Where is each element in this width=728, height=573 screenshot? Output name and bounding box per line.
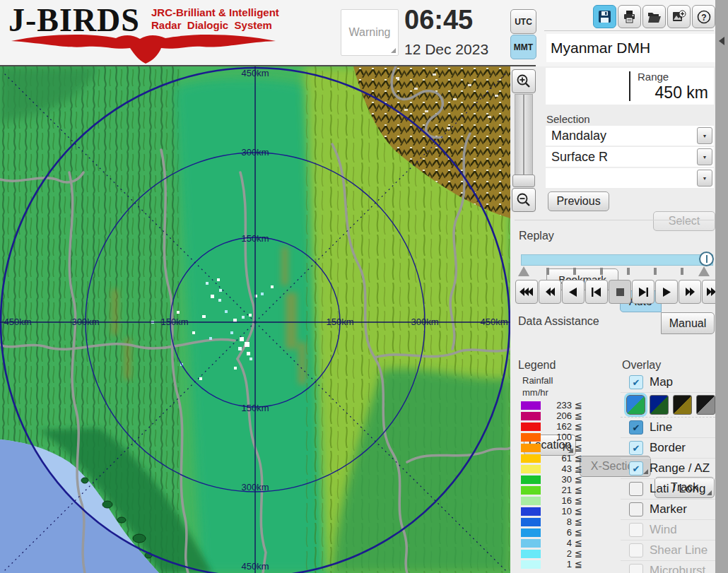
- slider-tick: [654, 268, 657, 275]
- previous-button[interactable]: Previous: [548, 191, 609, 211]
- overlay-item-lati-long[interactable]: Lati / Long: [621, 479, 715, 500]
- data-assistance-title: Data Assistance: [518, 315, 599, 328]
- checkbox-checked-icon[interactable]: ✔: [629, 420, 643, 435]
- save-button[interactable]: [593, 5, 616, 28]
- legend-entry: 10≦: [521, 506, 582, 516]
- forward-icon: [685, 288, 695, 296]
- legend-entry: 61≦: [521, 453, 582, 463]
- overlay-item-border[interactable]: ✔ Border: [621, 438, 715, 459]
- legend-swatch: [521, 497, 541, 505]
- replay-slider-track[interactable]: [521, 254, 713, 266]
- playback-controls: [515, 280, 724, 304]
- clock-time: 06:45: [404, 6, 473, 34]
- legend-entry: 100≦: [521, 432, 582, 442]
- panel-separator: [515, 220, 714, 220]
- chevron-down-icon[interactable]: ▼: [697, 170, 712, 187]
- panel-collapse-strip[interactable]: [715, 0, 728, 573]
- open-file-button[interactable]: [642, 5, 666, 28]
- range-label: 150km: [241, 233, 269, 244]
- legend-swatch: [521, 528, 541, 537]
- legend-entry: 4≦: [521, 538, 582, 548]
- slider-start-marker[interactable]: [518, 266, 529, 276]
- site-dropdown-value: Mandalay: [546, 129, 697, 143]
- replay-title: Replay: [519, 230, 554, 242]
- warning-label: Warning: [349, 26, 391, 39]
- product-dropdown[interactable]: Surface R ▼: [546, 147, 714, 167]
- step-back-icon: [592, 288, 601, 297]
- clock-date: 12 Dec 2023: [404, 41, 488, 58]
- legend-swatch: [521, 444, 541, 452]
- map-style-swatch-1[interactable]: [626, 395, 645, 415]
- legend-entry: 78≦: [521, 442, 582, 453]
- warning-button[interactable]: Warning: [341, 9, 399, 56]
- chevron-down-icon[interactable]: ▼: [697, 127, 712, 144]
- help-icon: ?: [697, 10, 711, 24]
- reverse-play-button[interactable]: [562, 280, 585, 304]
- fast-rewind-button[interactable]: [515, 280, 538, 304]
- map-style-swatch-4[interactable]: [696, 395, 715, 415]
- play-button[interactable]: [655, 280, 678, 304]
- option-dropdown[interactable]: ▼: [546, 168, 714, 188]
- replay-slider-thumb[interactable]: [699, 252, 714, 266]
- app-window: J-BIRDS JRC-Brilliant & Intelligent Rada…: [0, 0, 728, 573]
- checkbox-unchecked-icon[interactable]: [629, 502, 643, 516]
- slider-end-marker[interactable]: [698, 266, 710, 276]
- range-label: 300km: [241, 482, 269, 492]
- checkbox-checked-icon[interactable]: ✔: [629, 461, 643, 475]
- legend-swatch: [521, 560, 541, 569]
- checkbox-unchecked-icon[interactable]: [629, 482, 643, 496]
- step-forward-button[interactable]: [632, 280, 654, 304]
- range-title: Range: [638, 71, 669, 83]
- overlay-item-map[interactable]: ✔ Map: [621, 372, 715, 393]
- map-style-swatch-3[interactable]: [673, 395, 692, 415]
- manual-button[interactable]: Manual: [661, 312, 715, 334]
- chevron-down-icon[interactable]: ▼: [697, 148, 712, 165]
- step-back-button[interactable]: [585, 280, 608, 304]
- overlay-item-line[interactable]: ✔ Line: [621, 418, 715, 438]
- select-button[interactable]: Select: [653, 211, 715, 231]
- add-image-button[interactable]: [667, 5, 691, 28]
- help-button[interactable]: ?: [692, 5, 715, 28]
- stop-button[interactable]: [609, 280, 631, 304]
- menu-corner-icon: [391, 48, 396, 53]
- slider-tick: [627, 268, 630, 275]
- rewind-button[interactable]: [539, 280, 561, 304]
- legend-swatch: [521, 539, 541, 548]
- range-box: Range 450 km: [546, 68, 714, 105]
- stop-icon: [616, 288, 624, 296]
- legend-swatch: [521, 507, 541, 516]
- legend-entry: 6≦: [521, 527, 582, 538]
- legend-swatch: [521, 550, 541, 558]
- legend-unit-1: Rainfall: [522, 375, 553, 386]
- zoom-slider-handle[interactable]: [512, 175, 535, 187]
- overlay-item-range-az[interactable]: ✔ Range / AZ: [621, 459, 715, 479]
- radar-map[interactable]: 450km 300km 150km 150km 300km 450km 450k…: [0, 66, 510, 573]
- zoom-in-button[interactable]: [512, 69, 536, 93]
- app-logo-subtitle-1: JRC-Brilliant & Intelligent: [151, 6, 279, 19]
- range-label: 450km: [4, 317, 31, 327]
- range-label: 450km: [241, 561, 269, 572]
- reverse-play-icon: [569, 288, 577, 297]
- thumb-grip: [706, 255, 708, 263]
- forward-button[interactable]: [679, 280, 701, 304]
- zoom-out-icon: [516, 192, 532, 208]
- zoom-slider-track[interactable]: [515, 94, 533, 177]
- print-icon: [623, 10, 636, 23]
- map-style-swatch-2[interactable]: [650, 395, 669, 415]
- legend-entry: 30≦: [521, 474, 582, 485]
- legend-swatch: [521, 433, 541, 442]
- print-button[interactable]: [618, 5, 641, 28]
- overlay-title: Overlay: [622, 359, 661, 372]
- legend-entry: 2≦: [521, 548, 582, 559]
- overlay-item-marker[interactable]: Marker: [621, 500, 715, 520]
- mmt-button[interactable]: MMT: [510, 35, 536, 59]
- utc-button[interactable]: UTC: [510, 9, 536, 34]
- checkbox-checked-icon[interactable]: ✔: [629, 375, 643, 389]
- range-label: 150km: [160, 317, 188, 327]
- selection-title: Selection: [546, 113, 590, 125]
- checkbox-checked-icon[interactable]: ✔: [629, 441, 643, 455]
- zoom-out-button[interactable]: [512, 188, 536, 212]
- overlay-item-shear-line: Shear Line: [621, 540, 715, 561]
- range-label: 300km: [411, 317, 438, 327]
- site-dropdown[interactable]: Mandalay ▼: [546, 126, 714, 146]
